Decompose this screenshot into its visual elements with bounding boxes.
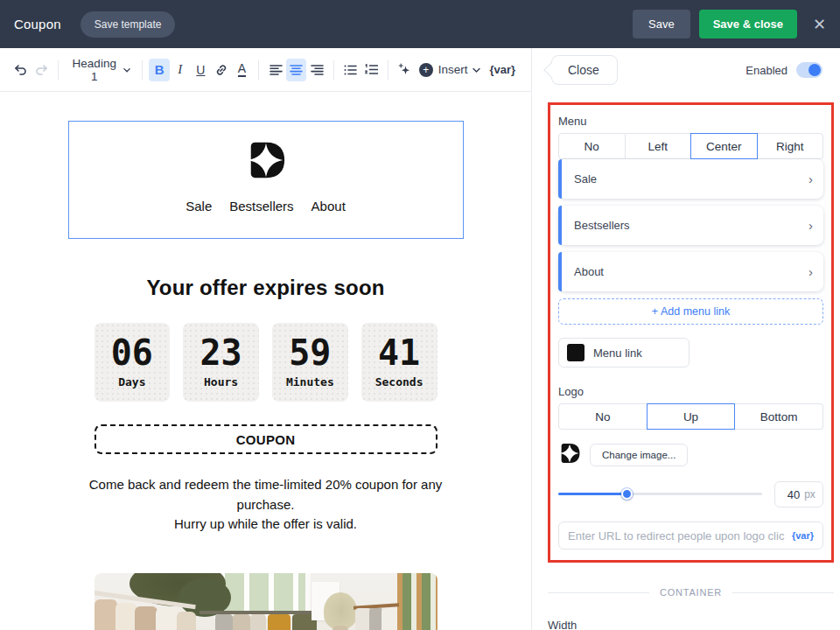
countdown-seconds-label: Seconds — [361, 375, 438, 388]
logo-position-bottom[interactable]: Bottom — [735, 403, 823, 430]
photo-clothes — [355, 608, 371, 630]
menu-item-bestsellers[interactable]: Bestsellers › — [558, 206, 823, 245]
countdown-minutes-label: Minutes — [272, 375, 348, 388]
countdown-minutes-tile[interactable]: 59 Minutes — [272, 323, 348, 402]
underline-icon[interactable]: U — [191, 59, 212, 81]
menu-align-right[interactable]: Right — [758, 133, 824, 159]
chevron-down-icon — [123, 67, 130, 73]
insert-menu-button[interactable]: + Insert — [416, 63, 485, 77]
divider-line — [548, 592, 649, 593]
logo-url-field: {var} — [558, 522, 823, 550]
settings-panel: Close Enabled Menu No Left Center Right — [532, 48, 840, 630]
menu-link-label: Menu link — [593, 346, 642, 360]
countdown-days-value: 06 — [94, 333, 171, 372]
italic-icon[interactable]: I — [170, 59, 191, 81]
logo-position-no[interactable]: No — [558, 403, 648, 430]
drag-handle-bar — [558, 206, 562, 245]
heading-style-value: Heading 1 — [70, 57, 118, 83]
undo-icon[interactable] — [10, 59, 32, 81]
numbered-list-icon[interactable] — [361, 59, 382, 81]
countdown-minutes-value: 59 — [272, 333, 348, 372]
countdown-hours-label: Hours — [183, 375, 259, 388]
logo-size-row: px — [558, 481, 823, 508]
menu-item-sale[interactable]: Sale › — [558, 159, 823, 199]
link-icon[interactable] — [211, 59, 232, 81]
save-template-button[interactable]: Save template — [80, 11, 176, 38]
countdown-days-label: Days — [94, 375, 171, 388]
heading-style-select[interactable]: Heading 1 — [65, 53, 136, 87]
photo-clothes — [116, 603, 136, 630]
align-center-icon[interactable] — [286, 59, 307, 81]
toolbar-divider — [258, 60, 259, 80]
toggle-dot — [808, 64, 821, 76]
slider-fill — [558, 493, 627, 495]
enabled-control: Enabled — [746, 62, 822, 78]
drag-handle-bar — [558, 159, 562, 199]
countdown-hours-tile[interactable]: 23 Hours — [183, 323, 259, 402]
photo-vase — [332, 626, 348, 630]
panel-close-button[interactable]: Close — [551, 55, 618, 85]
save-and-close-button[interactable]: Save & close — [699, 10, 797, 38]
formatting-toolbar: Heading 1 B I U A — [0, 48, 531, 92]
email-menu-link-about[interactable]: About — [312, 199, 346, 214]
logo-thumbnail — [558, 442, 581, 467]
align-right-icon[interactable] — [306, 59, 327, 81]
drag-handle-bar — [558, 252, 562, 291]
container-divider-label: CONTAINER — [660, 587, 722, 598]
email-body-text[interactable]: Come back and redeem the time-limited 20… — [68, 475, 464, 535]
logo-url-input[interactable] — [568, 529, 785, 542]
insert-variable-button[interactable]: {var} — [484, 63, 521, 76]
logo-position-up[interactable]: Up — [647, 403, 736, 430]
align-left-icon[interactable] — [265, 59, 286, 81]
menu-item-label: Sale — [574, 172, 597, 186]
app-window: Coupon Save template Save Save & close ✕… — [0, 0, 840, 630]
page-title: Coupon — [14, 17, 61, 32]
enabled-toggle[interactable] — [796, 62, 822, 78]
save-button[interactable]: Save — [633, 10, 690, 38]
logo-size-slider[interactable] — [558, 488, 762, 500]
countdown-days-tile[interactable]: 06 Days — [94, 323, 171, 402]
photo-dried-plant — [324, 592, 357, 629]
coupon-button-block[interactable]: COUPON — [94, 424, 438, 454]
menu-link-color-swatch — [567, 344, 584, 361]
chevron-right-icon: › — [808, 218, 813, 233]
photo-clothes — [215, 614, 233, 630]
menu-link-style-control[interactable]: Menu link — [558, 338, 690, 368]
url-variable-button[interactable]: {var} — [792, 530, 814, 541]
email-heading[interactable]: Your offer expires soon — [68, 276, 464, 300]
menu-align-center[interactable]: Center — [690, 133, 758, 159]
photo-clothing-store[interactable] — [94, 573, 438, 630]
photo-clothes — [177, 612, 196, 630]
add-menu-link-button[interactable]: + Add menu link — [558, 298, 823, 325]
chevron-down-icon — [472, 67, 480, 73]
email-menu-link-sale[interactable]: Sale — [186, 199, 212, 214]
settings-panel-header: Close Enabled — [532, 48, 840, 92]
close-icon[interactable]: ✕ — [813, 17, 826, 32]
change-image-button[interactable]: Change image... — [590, 444, 688, 466]
logo-image-row: Change image... — [558, 442, 823, 467]
bold-icon[interactable]: B — [149, 59, 170, 81]
countdown-seconds-tile[interactable]: 41 Seconds — [361, 323, 438, 402]
divider-line — [732, 592, 834, 593]
email-body-line-1: Come back and redeem the time-limited 20… — [68, 475, 464, 514]
menu-align-no[interactable]: No — [558, 133, 626, 159]
menu-logo-block-selected[interactable]: Sale Bestsellers About — [68, 121, 464, 239]
photo-clothes — [94, 599, 117, 630]
slider-thumb[interactable] — [621, 488, 633, 500]
redo-icon[interactable] — [32, 59, 52, 81]
bullet-list-icon[interactable] — [340, 59, 361, 81]
text-color-icon[interactable]: A — [232, 59, 253, 81]
email-editor: Heading 1 B I U A — [0, 48, 532, 630]
email-menu-link-bestsellers[interactable]: Bestsellers — [229, 199, 293, 214]
insert-plus-icon: + — [419, 63, 433, 77]
ai-sparkle-icon[interactable] — [395, 59, 416, 81]
email-menu-links: Sale Bestsellers About — [69, 199, 463, 214]
menu-align-left[interactable]: Left — [626, 133, 692, 159]
photo-clothes — [268, 614, 290, 630]
logo-section-label: Logo — [558, 385, 823, 398]
menu-item-about[interactable]: About › — [558, 252, 823, 291]
menu-alignment-segmented: No Left Center Right — [558, 133, 823, 159]
photo-clothes — [135, 606, 158, 630]
menu-item-label: Bestsellers — [574, 219, 630, 232]
logo-size-input[interactable] — [782, 488, 800, 501]
